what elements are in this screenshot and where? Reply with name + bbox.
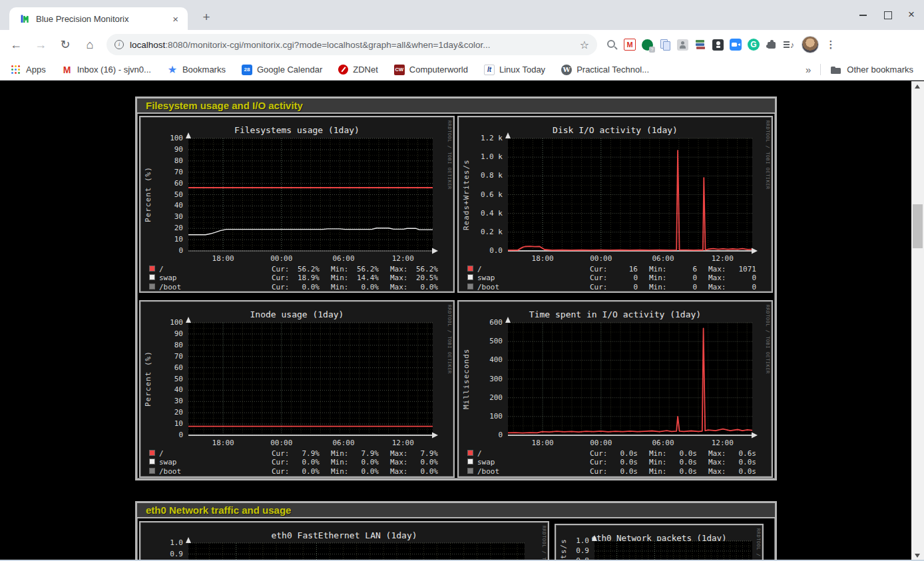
legend-stat-key: Min: xyxy=(649,265,667,274)
new-tab-button[interactable]: + xyxy=(197,8,216,27)
queue-icon[interactable]: ♪ xyxy=(784,39,796,51)
legend-stat-value: 0.0% xyxy=(409,458,438,467)
bookmark-item-gmail[interactable]: MInbox (16) - sjvn0... xyxy=(62,65,151,75)
gmail-icon: M xyxy=(62,65,73,75)
x-tick-label: 00:00 xyxy=(267,439,296,447)
legend-row: /bootCur:0.0%Min:0.0%Max:0.0% xyxy=(149,467,449,476)
y-tick-label: 0.2 k xyxy=(459,228,503,236)
zdnet-icon xyxy=(338,65,348,75)
bookmarks-overflow-chevron[interactable]: » xyxy=(806,64,811,75)
legend-stat-value: 7.9% xyxy=(349,449,379,458)
bookmark-item-apps[interactable]: Apps xyxy=(11,65,46,75)
bookmark-item-linuxtoday[interactable]: ltLinux Today xyxy=(484,65,545,75)
bookmarks-divider xyxy=(820,64,821,75)
rrdtool-watermark: RRDTOOL / TOBI OETIKER xyxy=(447,305,452,374)
bookmark-item-star[interactable]: ★Bookmarks xyxy=(167,65,226,75)
bookmark-label: ZDNet xyxy=(353,65,378,75)
legend-swatch xyxy=(467,266,473,272)
zoom-icon[interactable] xyxy=(730,39,742,51)
chart-plot[interactable] xyxy=(508,323,752,435)
legend-stat-value: 0 xyxy=(727,283,756,291)
minimize-button[interactable] xyxy=(859,10,868,19)
close-window-button[interactable]: × xyxy=(907,10,916,19)
x-tick-label: 12:00 xyxy=(388,439,417,447)
y-tick-label: 20 xyxy=(140,224,183,232)
bookmark-label: Inbox (16) - sjvn0... xyxy=(77,65,151,75)
wordpress-icon: W xyxy=(561,65,572,75)
menu-dots-icon[interactable]: ⋮ xyxy=(825,39,837,51)
chart-plot[interactable] xyxy=(188,138,433,251)
home-button[interactable]: ⌂ xyxy=(81,38,99,52)
keeper-icon[interactable] xyxy=(712,39,724,51)
person-icon[interactable] xyxy=(677,39,688,51)
forward-button[interactable]: → xyxy=(32,38,49,52)
legend-stat-key: Max: xyxy=(390,265,408,274)
browser-tab[interactable]: Blue Precision Monitorix × xyxy=(9,7,188,30)
grammarly-icon[interactable]: G xyxy=(748,39,760,51)
books-icon[interactable] xyxy=(694,39,706,51)
legend-stat-value: 0.0% xyxy=(409,283,438,291)
maximize-button[interactable] xyxy=(883,10,892,19)
site-info-icon[interactable]: i xyxy=(115,40,124,49)
x-tick-label: 18:00 xyxy=(528,439,557,447)
gmail-ext-icon[interactable]: M xyxy=(624,39,636,51)
y-tick-label: 60 xyxy=(140,180,183,188)
y-tick-label: 20 xyxy=(140,409,183,417)
bookmark-star-icon[interactable]: ☆ xyxy=(580,39,589,51)
chart-title: eth0 FastEthernet LAN (1day) xyxy=(140,530,548,540)
chart-panel-inode-usage: Inode usage (1day) RRDTOOL / TOBI OETIKE… xyxy=(139,300,455,478)
chart-plot[interactable] xyxy=(594,541,752,561)
legend-stat-value: 56.2% xyxy=(409,265,438,274)
legend-row: /Cur:0.0sMin:0.0sMax:0.6s xyxy=(467,449,767,458)
bookmark-item-computerworld[interactable]: CWComputerworld xyxy=(394,65,468,75)
extensions-row: M?G♪⋮ xyxy=(606,36,837,53)
calendar-icon: 28 xyxy=(242,65,252,75)
bookmark-item-zdnet[interactable]: ZDNet xyxy=(338,65,378,75)
reload-button[interactable]: ↻ xyxy=(57,37,74,52)
page-scrollbar[interactable] xyxy=(911,81,924,561)
profile-avatar[interactable] xyxy=(802,36,819,53)
x-tick-label: 18:00 xyxy=(528,254,557,263)
y-tick-label: 0.0 xyxy=(459,247,503,255)
voice-icon[interactable]: ? xyxy=(642,39,653,51)
tab-close-icon[interactable]: × xyxy=(170,13,181,25)
other-bookmarks-folder[interactable]: Other bookmarks xyxy=(830,65,913,75)
chart-plot[interactable] xyxy=(508,138,752,251)
legend-stat-value: 0.0s xyxy=(727,467,756,476)
monitorix-favicon xyxy=(20,13,31,24)
bookmarks-right: » Other bookmarks xyxy=(806,64,913,75)
folder-icon xyxy=(830,65,842,75)
chart-plot[interactable] xyxy=(188,323,433,435)
bookmark-label: Linux Today xyxy=(499,65,545,75)
legend-series-label: swap xyxy=(477,274,495,282)
legend-stat-value: 0 xyxy=(668,283,697,291)
search-icon[interactable] xyxy=(606,39,618,51)
legend-stat-key: Max: xyxy=(708,467,726,476)
chart-plot[interactable] xyxy=(188,543,525,561)
legend-swatch xyxy=(467,450,473,456)
linuxtoday-icon: lt xyxy=(484,65,495,75)
legend-swatch xyxy=(149,283,155,289)
y-tick-label: 50 xyxy=(140,191,183,199)
puzzle-icon[interactable] xyxy=(766,39,778,51)
legend-stat-key: Max: xyxy=(390,458,408,467)
copy-icon[interactable] xyxy=(659,39,671,51)
bookmark-item-calendar[interactable]: 28Google Calendar xyxy=(242,65,322,75)
y-tick-label: 0.6 k xyxy=(459,191,503,199)
legend-stat-key: Max: xyxy=(390,467,408,476)
computerworld-icon: CW xyxy=(394,65,405,75)
back-button[interactable]: ← xyxy=(7,38,25,52)
bookmark-item-wordpress[interactable]: WPractical Technol... xyxy=(561,65,649,75)
legend-stat-value: 56.2% xyxy=(290,265,320,274)
legend-stat-value: 0.0s xyxy=(608,467,638,476)
x-tick-label: 06:00 xyxy=(329,254,358,263)
section-network: eth0 Network traffic and usage eth0 Fast… xyxy=(135,501,777,561)
legend-stat-key: Cur: xyxy=(590,449,608,458)
url-text[interactable]: localhost:8080/monitorix-cgi/monitorix.c… xyxy=(130,40,575,50)
legend-stat-value: 0 xyxy=(608,283,638,291)
scrollbar-thumb[interactable] xyxy=(913,204,923,248)
chart-title: Time spent in I/O activity (1day) xyxy=(459,309,772,319)
y-tick-label: 0 xyxy=(140,431,183,439)
scrollbar-up-button[interactable] xyxy=(911,81,924,92)
address-bar[interactable]: i localhost:8080/monitorix-cgi/monitorix… xyxy=(107,34,597,55)
